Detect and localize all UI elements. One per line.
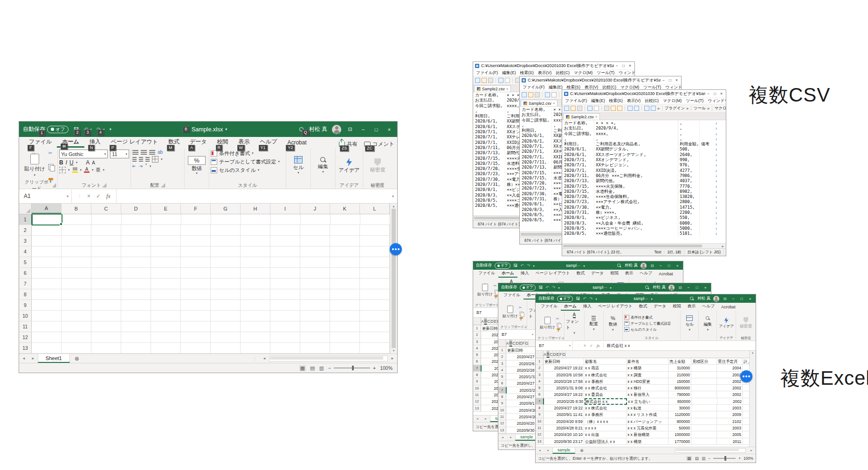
save-icon[interactable]: 🖫 — [513, 263, 517, 268]
maximize-button[interactable]: □ — [694, 286, 700, 290]
undo-icon[interactable]: ↶ — [583, 296, 586, 301]
cell[interactable] — [62, 225, 91, 236]
cell[interactable] — [181, 321, 211, 332]
cell[interactable] — [32, 279, 62, 289]
cell-amount[interactable]: 8000000 — [668, 385, 691, 391]
ribbon-tab[interactable]: 校閲 — [607, 270, 622, 278]
redo-icon[interactable] — [634, 106, 639, 111]
enter-button[interactable]: ✓ — [96, 193, 101, 199]
column-header[interactable]: D — [516, 340, 519, 347]
formula-bar-expand-icon[interactable]: ▾ — [389, 189, 397, 203]
close-button[interactable]: × — [675, 78, 678, 82]
cell[interactable] — [270, 289, 300, 300]
cell[interactable] — [62, 332, 91, 343]
cell-order-month[interactable]: 2002 — [717, 372, 743, 378]
row-header[interactable]: 4 — [473, 345, 481, 352]
cell-amount[interactable]: 800000 — [668, 418, 691, 425]
redo-icon[interactable]: ↷ — [527, 263, 530, 268]
minimize-button[interactable]: − — [730, 297, 736, 301]
user-name[interactable]: 村松 真 — [309, 125, 327, 133]
row-header[interactable]: 11 — [473, 392, 481, 398]
select-all-corner[interactable] — [498, 340, 506, 347]
cell[interactable] — [181, 236, 211, 246]
column-header[interactable]: B — [484, 318, 488, 325]
insert-function-button[interactable]: fx — [106, 193, 110, 200]
cell[interactable] — [211, 268, 241, 279]
ribbon-tab[interactable]: 表示 — [684, 303, 699, 311]
row-header[interactable]: 2 — [498, 354, 506, 360]
cell[interactable] — [300, 321, 330, 332]
row-header[interactable]: 6 — [473, 358, 481, 365]
wrap-text-icon[interactable]: ꜛ — [145, 163, 147, 169]
open-file-icon[interactable] — [482, 78, 487, 83]
comments-button[interactable]: コメントZC — [364, 141, 394, 148]
row-header[interactable]: 7 — [19, 279, 32, 289]
row-header[interactable]: 12 — [536, 431, 544, 438]
cell-date[interactable]: 2020/4/28 8:21 — [544, 425, 584, 431]
cell[interactable] — [151, 279, 181, 289]
select-all-corner[interactable] — [536, 351, 544, 358]
open-file-icon[interactable] — [528, 92, 533, 97]
user-avatar[interactable] — [641, 263, 647, 269]
ribbon-tab[interactable]: ファイル — [500, 292, 524, 300]
cell[interactable] — [151, 246, 181, 257]
cell-date[interactable]: 2020/2/6 10:58 — [544, 372, 584, 378]
cell[interactable] — [241, 225, 270, 236]
cell[interactable] — [62, 311, 91, 321]
name-box[interactable]: A1▾ — [19, 189, 72, 203]
column-header[interactable]: E — [494, 318, 497, 325]
cell[interactable] — [32, 236, 62, 246]
print-icon[interactable] — [498, 78, 503, 83]
sheet-prev-icon[interactable]: ◄ — [536, 449, 544, 452]
add-sheet-button[interactable]: ⊕ — [75, 355, 79, 362]
ribbon-display-options-button[interactable]: ⊡ — [722, 297, 728, 301]
scrollbar-thumb[interactable] — [563, 245, 702, 247]
menu-item[interactable]: ファイル(F) — [476, 70, 498, 76]
copy-icon[interactable] — [48, 164, 54, 170]
cell[interactable] — [360, 300, 390, 311]
cell[interactable] — [121, 321, 151, 332]
horizontal-scrollbar[interactable] — [269, 355, 388, 361]
new-file-icon[interactable] — [475, 78, 480, 83]
row-header[interactable]: 5 — [536, 385, 544, 391]
tab-close-icon[interactable]: × — [595, 115, 598, 119]
row-header[interactable]: 7 — [498, 387, 507, 394]
zoom-out-icon[interactable]: − — [708, 456, 710, 461]
cell[interactable] — [360, 268, 390, 279]
row-header[interactable]: 10 — [536, 418, 544, 425]
tab-home[interactable]: ホームH — [57, 137, 84, 148]
redo-icon[interactable]: ↷ — [589, 296, 593, 301]
cell[interactable] — [270, 225, 300, 236]
cell[interactable] — [360, 246, 390, 257]
user-name[interactable]: 村松 真 — [625, 263, 638, 268]
cell[interactable] — [330, 300, 360, 311]
cut-icon[interactable]: ✂ — [556, 316, 561, 322]
tab-review[interactable]: 校閲R — [212, 137, 234, 148]
copy-icon[interactable] — [494, 290, 498, 294]
cell-date[interactable]: 2020/4/20 10:10 — [544, 431, 584, 438]
print-icon[interactable] — [587, 106, 592, 111]
column-header[interactable]: G — [525, 340, 529, 347]
menu-item[interactable]: 編集(E) — [549, 85, 562, 90]
macro-button[interactable]: マクロ — [715, 106, 726, 111]
scroll-right-icon[interactable]: ► — [747, 449, 756, 452]
cell-booking-month[interactable]: 計上予 — [743, 358, 749, 365]
cell[interactable] — [241, 246, 270, 257]
cell[interactable] — [32, 214, 62, 225]
alignment-icon[interactable] — [592, 316, 596, 320]
cell[interactable] — [62, 236, 91, 246]
cell-project[interactable]: x x 調査 — [627, 372, 668, 378]
align-middle-icon[interactable] — [141, 150, 147, 155]
scroll-up-icon[interactable]: ▲ — [392, 204, 395, 208]
minimize-button[interactable]: − — [707, 91, 710, 96]
undo-icon[interactable]: ↶ — [545, 285, 549, 290]
cell-quote-class[interactable] — [691, 372, 717, 378]
close-button[interactable]: × — [703, 286, 708, 290]
cell[interactable] — [32, 257, 62, 268]
dialog-launcher-icon[interactable] — [526, 326, 526, 328]
close-button[interactable]: × — [747, 297, 753, 301]
row-header[interactable]: 7 — [536, 398, 544, 405]
cell[interactable] — [91, 257, 121, 268]
menu-item[interactable]: ファイル(F) — [565, 98, 587, 104]
cell-styles-button[interactable]: セルのスタイル — [624, 327, 657, 333]
